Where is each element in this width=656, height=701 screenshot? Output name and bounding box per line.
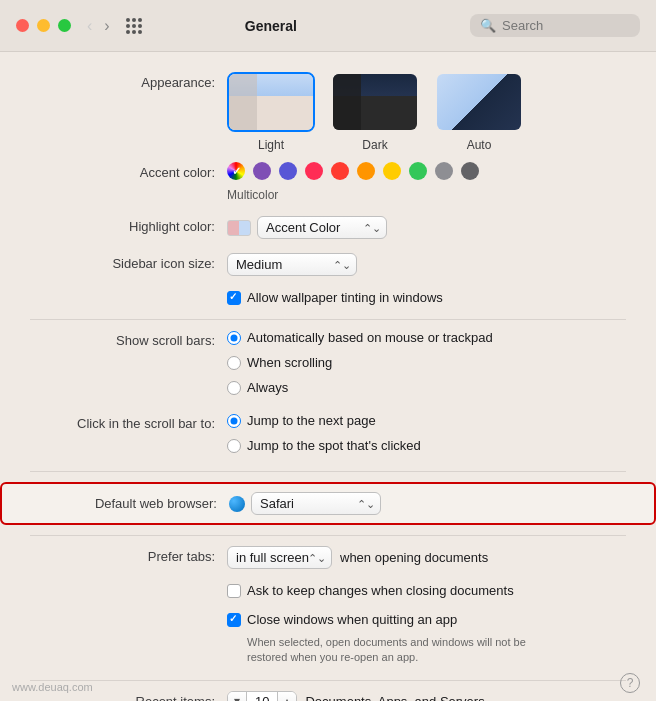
ask-keep-changes-checkbox-label[interactable]: Ask to keep changes when closing documen…	[227, 583, 514, 598]
appearance-row: Appearance: Light Dark Auto	[0, 72, 656, 152]
prefer-tabs-control: always in full screen manually ⌃⌄ when o…	[227, 546, 488, 569]
accent-darkgray[interactable]	[461, 162, 479, 180]
auto-thumb[interactable]	[435, 72, 523, 132]
color-swatch	[227, 220, 251, 236]
prefer-tabs-select-wrap: always in full screen manually ⌃⌄	[227, 546, 332, 569]
search-input[interactable]	[502, 18, 622, 33]
page-title: General	[72, 18, 470, 34]
default-browser-select[interactable]: Safari Firefox Chrome	[251, 492, 381, 515]
close-windows-subtext: When selected, open documents and window…	[247, 635, 567, 666]
accent-orange[interactable]	[357, 162, 375, 180]
help-button[interactable]: ?	[620, 673, 640, 693]
divider-2	[30, 471, 626, 472]
accent-colors	[227, 162, 479, 180]
accent-color-control: Multicolor	[227, 162, 479, 202]
highlight-color-select[interactable]: Accent Color Blue Purple	[257, 216, 387, 239]
light-label: Light	[258, 138, 284, 152]
scroll-scrolling-radio-label[interactable]: When scrolling	[227, 355, 493, 370]
appearance-dark[interactable]: Dark	[331, 72, 419, 152]
appearance-light[interactable]: Light	[227, 72, 315, 152]
sidebar-size-select-wrap: Small Medium Large ⌃⌄	[227, 253, 357, 276]
wallpaper-tinting-checkbox[interactable]	[227, 291, 241, 305]
show-scroll-bars-control: Automatically based on mouse or trackpad…	[227, 330, 493, 399]
scroll-scrolling-text: When scrolling	[247, 355, 332, 370]
default-browser-highlighted-row: Default web browser: Safari Firefox Chro…	[0, 482, 656, 525]
close-windows-label	[30, 612, 215, 614]
close-windows-row: Close windows when quitting an app When …	[0, 612, 656, 666]
divider-1	[30, 319, 626, 320]
dark-thumb[interactable]	[331, 72, 419, 132]
scroll-always-radio-label[interactable]: Always	[227, 380, 493, 395]
multicolor-label: Multicolor	[227, 188, 479, 202]
wallpaper-tinting-label	[30, 290, 215, 292]
accent-red[interactable]	[331, 162, 349, 180]
wallpaper-tinting-control: Allow wallpaper tinting in windows	[227, 290, 443, 305]
divider-4	[30, 680, 626, 681]
jump-next-radio[interactable]	[227, 414, 241, 428]
accent-multicolor[interactable]	[227, 162, 245, 180]
dark-label: Dark	[362, 138, 387, 152]
prefer-tabs-label: Prefer tabs:	[30, 546, 215, 566]
close-windows-control: Close windows when quitting an app When …	[227, 612, 567, 666]
accent-purple[interactable]	[253, 162, 271, 180]
appearance-options: Light Dark Auto	[227, 72, 523, 152]
jump-spot-radio-label[interactable]: Jump to the spot that's clicked	[227, 438, 421, 453]
click-scroll-bar-label: Click in the scroll bar to:	[30, 413, 215, 433]
highlight-color-control: Accent Color Blue Purple ⌃⌄	[227, 216, 387, 239]
window-controls	[16, 19, 71, 32]
scroll-auto-radio[interactable]	[227, 331, 241, 345]
safari-icon	[229, 496, 245, 512]
accent-pink[interactable]	[305, 162, 323, 180]
stepper-up-button[interactable]: ▴	[278, 692, 296, 701]
ask-keep-changes-label	[30, 583, 215, 585]
prefer-tabs-inline: always in full screen manually ⌃⌄ when o…	[227, 546, 488, 569]
ask-keep-changes-row: Ask to keep changes when closing documen…	[0, 583, 656, 598]
close-windows-text: Close windows when quitting an app	[247, 612, 457, 627]
jump-spot-radio[interactable]	[227, 439, 241, 453]
accent-color-label: Accent color:	[30, 162, 215, 182]
sidebar-icon-size-control: Small Medium Large ⌃⌄	[227, 253, 357, 276]
accent-yellow[interactable]	[383, 162, 401, 180]
appearance-label: Appearance:	[30, 72, 215, 92]
main-content: Appearance: Light Dark Auto	[0, 52, 656, 701]
ask-keep-changes-text: Ask to keep changes when closing documen…	[247, 583, 514, 598]
recent-items-inline: ▾ 10 ▴ Documents, Apps, and Servers	[227, 691, 485, 701]
prefer-tabs-row: Prefer tabs: always in full screen manua…	[0, 546, 656, 569]
recent-items-stepper: ▾ 10 ▴	[227, 691, 297, 701]
default-browser-control: Safari Firefox Chrome ⌃⌄	[229, 492, 381, 515]
accent-indigo[interactable]	[279, 162, 297, 180]
minimize-button[interactable]	[37, 19, 50, 32]
titlebar: ‹ › General 🔍	[0, 0, 656, 52]
ask-keep-changes-control: Ask to keep changes when closing documen…	[227, 583, 514, 598]
sidebar-icon-size-select[interactable]: Small Medium Large	[227, 253, 357, 276]
scroll-auto-text: Automatically based on mouse or trackpad	[247, 330, 493, 345]
prefer-tabs-select[interactable]: always in full screen manually	[227, 546, 332, 569]
accent-green[interactable]	[409, 162, 427, 180]
light-thumb[interactable]	[227, 72, 315, 132]
sidebar-icon-size-label: Sidebar icon size:	[30, 253, 215, 273]
accent-color-row: Accent color: Multicolor	[0, 162, 656, 202]
close-button[interactable]	[16, 19, 29, 32]
auto-label: Auto	[467, 138, 492, 152]
ask-keep-changes-checkbox[interactable]	[227, 584, 241, 598]
jump-next-radio-label[interactable]: Jump to the next page	[227, 413, 421, 428]
wallpaper-tinting-checkbox-label[interactable]: Allow wallpaper tinting in windows	[227, 290, 443, 305]
accent-gray[interactable]	[435, 162, 453, 180]
scroll-scrolling-radio[interactable]	[227, 356, 241, 370]
scroll-always-radio[interactable]	[227, 381, 241, 395]
wallpaper-tinting-row: Allow wallpaper tinting in windows	[0, 290, 656, 305]
stepper-down-button[interactable]: ▾	[228, 692, 246, 701]
default-browser-select-wrap: Safari Firefox Chrome ⌃⌄	[251, 492, 381, 515]
maximize-button[interactable]	[58, 19, 71, 32]
click-scroll-bar-control: Jump to the next page Jump to the spot t…	[227, 413, 421, 457]
close-windows-checkbox[interactable]	[227, 613, 241, 627]
scroll-always-text: Always	[247, 380, 288, 395]
close-windows-checkbox-label[interactable]: Close windows when quitting an app	[227, 612, 567, 627]
highlight-color-label: Highlight color:	[30, 216, 215, 236]
divider-3	[30, 535, 626, 536]
search-box[interactable]: 🔍	[470, 14, 640, 37]
highlight-color-row: Highlight color: Accent Color Blue Purpl…	[0, 216, 656, 239]
appearance-auto[interactable]: Auto	[435, 72, 523, 152]
scroll-auto-radio-label[interactable]: Automatically based on mouse or trackpad	[227, 330, 493, 345]
jump-next-text: Jump to the next page	[247, 413, 376, 428]
